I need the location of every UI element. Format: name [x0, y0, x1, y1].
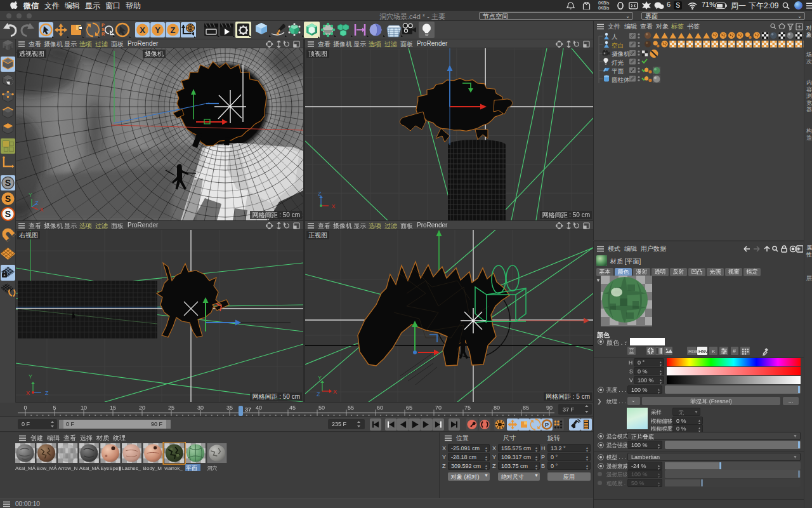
svg-text:45: 45 — [289, 404, 296, 411]
svg-text:warrok_: warrok_ — [164, 465, 183, 471]
svg-text:Y: Y — [29, 192, 32, 198]
svg-text:摄像机: 摄像机 — [612, 50, 630, 57]
svg-text:Lashes_: Lashes_ — [122, 465, 141, 471]
svg-text:235 F: 235 F — [332, 421, 347, 427]
svg-text:#: # — [733, 348, 736, 354]
svg-text:90 F: 90 F — [151, 421, 163, 427]
svg-text:60: 60 — [377, 404, 383, 411]
svg-text:70: 70 — [435, 404, 442, 411]
svg-text:HSV: HSV — [698, 349, 709, 354]
svg-text:R: R — [102, 32, 105, 36]
svg-text:圆柱体: 圆柱体 — [612, 76, 630, 83]
svg-text:0 F: 0 F — [22, 421, 30, 427]
svg-text:65: 65 — [406, 404, 412, 411]
svg-text:EyeSpe▮: EyeSpe▮ — [100, 465, 121, 471]
svg-text:X: X — [333, 389, 337, 395]
svg-text:X: X — [26, 390, 30, 396]
svg-text:X: X — [40, 206, 44, 213]
svg-text:Z: Z — [171, 25, 176, 35]
svg-text:人: 人 — [612, 33, 618, 40]
svg-text:85: 85 — [523, 404, 529, 411]
svg-text:Arrow_N: Arrow_N — [58, 465, 77, 471]
svg-text:Body_M: Body_M — [143, 465, 162, 471]
svg-text:RGB: RGB — [688, 349, 698, 354]
svg-text:Y: Y — [318, 375, 322, 381]
svg-text:0 F: 0 F — [66, 421, 75, 427]
svg-text:P: P — [545, 422, 549, 428]
svg-text:Z: Z — [45, 390, 49, 396]
svg-text:Bow_MÁ: Bow_MÁ — [37, 465, 58, 471]
svg-text:平面: 平面 — [186, 465, 197, 471]
svg-text:X: X — [140, 25, 145, 35]
svg-text:P: P — [102, 23, 105, 27]
svg-text:洞穴: 洞穴 — [207, 465, 217, 471]
svg-text:Akai_MÁ: Akai_MÁ — [15, 465, 36, 471]
svg-text:Y: Y — [29, 373, 32, 380]
svg-text:Y: Y — [155, 25, 160, 35]
svg-text:37 F: 37 F — [563, 406, 575, 413]
svg-text:S: S — [5, 209, 11, 219]
svg-text:S: S — [102, 27, 105, 32]
svg-text:平面: 平面 — [612, 67, 624, 74]
svg-text:Z: Z — [317, 391, 320, 398]
svg-text:K: K — [712, 349, 716, 354]
svg-text:55: 55 — [348, 404, 354, 411]
svg-text:S: S — [5, 178, 11, 188]
svg-text:空白: 空白 — [612, 42, 624, 49]
svg-text:灯光: 灯光 — [612, 59, 624, 66]
svg-text:Akai_MÁ: Akai_MÁ — [79, 465, 100, 471]
svg-text:80: 80 — [494, 404, 500, 411]
svg-text:37: 37 — [245, 406, 251, 413]
svg-text:X: X — [332, 203, 336, 210]
svg-text:S: S — [5, 194, 11, 204]
svg-text:50: 50 — [318, 404, 325, 411]
svg-text:75: 75 — [464, 404, 471, 411]
